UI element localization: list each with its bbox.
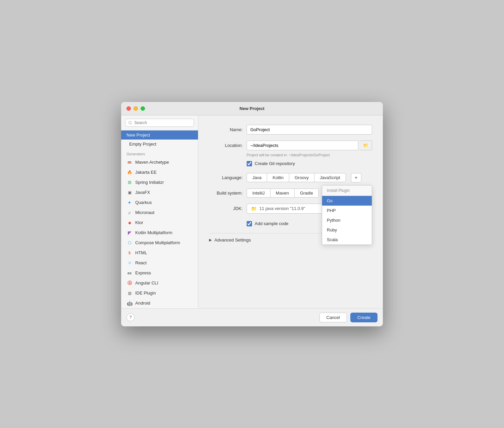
jdk-folder-icon: 📁 [251, 206, 257, 211]
lang-javascript-button[interactable]: JavaScript [314, 173, 346, 182]
language-row: Language: Java Kotlin Groovy JavaScript … [209, 173, 372, 182]
location-row: Location: 📁 [209, 141, 372, 150]
search-box [121, 115, 198, 130]
dropdown-header: Install Plugin [322, 185, 372, 196]
sidebar-item-quarkus[interactable]: ✦ Quarkus [121, 198, 198, 208]
sample-code-checkbox[interactable] [247, 221, 252, 226]
ktor-icon: ◆ [127, 220, 133, 226]
folder-icon: 📁 [363, 143, 368, 148]
name-input[interactable] [247, 125, 372, 135]
add-language-button[interactable]: + [351, 173, 361, 182]
sidebar-item-spring-initializr[interactable]: ⚙ Spring Initializr [121, 177, 198, 188]
quarkus-icon: ✦ [127, 200, 133, 206]
android-icon: 🤖 [127, 300, 133, 306]
git-label: Create Git repository [255, 161, 295, 166]
search-input[interactable] [125, 119, 194, 127]
dropdown-item-ruby[interactable]: Ruby [322, 225, 372, 235]
sidebar-item-new-project[interactable]: New Project [121, 130, 198, 140]
language-label: Language: [209, 175, 243, 180]
javafx-icon: ▣ [127, 190, 133, 196]
window-controls [127, 106, 145, 111]
compose-icon: ⬡ [127, 240, 133, 246]
sidebar-item-micronaut[interactable]: μ Micronaut [121, 208, 198, 218]
git-checkbox[interactable] [247, 161, 252, 166]
jdk-label: JDK: [209, 206, 243, 211]
sidebar-item-ktor[interactable]: ◆ Ktor [121, 218, 198, 228]
title-bar: New Project [121, 102, 383, 115]
dropdown-item-php[interactable]: PHP [322, 206, 372, 215]
kotlin-icon: ◤ [127, 230, 133, 236]
location-label: Location: [209, 143, 243, 148]
build-gradle-button[interactable]: Gradle [294, 189, 319, 198]
jdk-select-content: 📁 11 java version "11.0.9" [251, 206, 305, 211]
build-intellij-button[interactable]: IntelliJ [247, 189, 270, 198]
footer-buttons: Cancel Create [319, 313, 378, 322]
jdk-value: 11 java version "11.0.9" [259, 206, 305, 211]
create-button[interactable]: Create [350, 313, 377, 322]
spring-icon: ⚙ [127, 179, 133, 185]
content-area: New Project Empty Project Generators m M… [121, 115, 383, 308]
lang-groovy-button[interactable]: Groovy [289, 173, 314, 182]
language-buttons: Java Kotlin Groovy JavaScript [247, 173, 346, 182]
git-checkbox-row: Create Git repository [247, 161, 372, 166]
name-label: Name: [209, 127, 243, 132]
footer: ? Cancel Create [121, 308, 383, 326]
dropdown-item-go[interactable]: Go [322, 196, 372, 206]
sidebar-item-empty-project[interactable]: Empty Project [121, 140, 198, 149]
express-icon: ex [127, 270, 133, 276]
sidebar: New Project Empty Project Generators m M… [121, 115, 198, 308]
close-button[interactable] [127, 106, 131, 111]
micronaut-icon: μ [127, 210, 133, 216]
language-dropdown-popup: Install Plugin Go PHP Python Ruby Scala [322, 185, 372, 245]
main-panel: Name: Location: 📁 Project will be create… [198, 115, 383, 308]
empty-project-label: Empty Project [129, 142, 156, 147]
help-button[interactable]: ? [127, 313, 135, 321]
browse-button[interactable]: 📁 [360, 141, 372, 150]
new-project-label: New Project [127, 132, 150, 138]
sidebar-item-kotlin-multiplatform[interactable]: ◤ Kotlin Multiplatform [121, 228, 198, 238]
sidebar-item-react[interactable]: ⚛ React [121, 258, 198, 268]
lang-kotlin-button[interactable]: Kotlin [267, 173, 289, 182]
sidebar-item-express[interactable]: ex Express [121, 268, 198, 278]
dropdown-item-scala[interactable]: Scala [322, 235, 372, 245]
sample-code-label: Add sample code [255, 221, 288, 226]
location-field: 📁 [247, 141, 372, 150]
window-title: New Project [240, 106, 264, 111]
dropdown-item-python[interactable]: Python [322, 215, 372, 225]
sidebar-item-html[interactable]: 5 HTML [121, 248, 198, 258]
react-icon: ⚛ [127, 260, 133, 266]
angular-icon: Ⓐ [127, 280, 133, 286]
build-label: Build system: [209, 191, 243, 196]
lang-java-button[interactable]: Java [247, 173, 267, 182]
sidebar-item-javafx[interactable]: ▣ JavaFX [121, 188, 198, 198]
build-buttons: IntelliJ Maven Gradle [247, 189, 318, 198]
maven-icon: m [127, 159, 133, 165]
sidebar-item-maven-archetype[interactable]: m Maven Archetype [121, 157, 198, 167]
advanced-chevron-icon: ▶ [209, 238, 212, 242]
sidebar-item-android[interactable]: 🤖 Android [121, 298, 198, 308]
html-icon: 5 [127, 250, 133, 256]
cancel-button[interactable]: Cancel [319, 313, 347, 322]
maximize-button[interactable] [141, 106, 145, 111]
advanced-label: Advanced Settings [214, 237, 251, 243]
build-maven-button[interactable]: Maven [270, 189, 295, 198]
location-input[interactable] [247, 141, 358, 150]
location-hint: Project will be created in: ~/IdeaProjec… [247, 153, 372, 157]
new-project-dialog: New Project New Project Empty Project Ge… [121, 102, 383, 326]
sidebar-item-jakarta-ee[interactable]: 🔥 Jakarta EE [121, 167, 198, 177]
name-row: Name: [209, 125, 372, 135]
jakarta-icon: 🔥 [127, 169, 133, 175]
sidebar-item-compose-multiplatform[interactable]: ⬡ Compose Multiplatform [121, 238, 198, 248]
minimize-button[interactable] [134, 106, 138, 111]
generators-section-label: Generators [121, 149, 198, 157]
sidebar-item-angular-cli[interactable]: Ⓐ Angular CLI [121, 278, 198, 288]
sidebar-item-ide-plugin[interactable]: ▦ IDE Plugin [121, 288, 198, 298]
ide-icon: ▦ [127, 290, 133, 296]
